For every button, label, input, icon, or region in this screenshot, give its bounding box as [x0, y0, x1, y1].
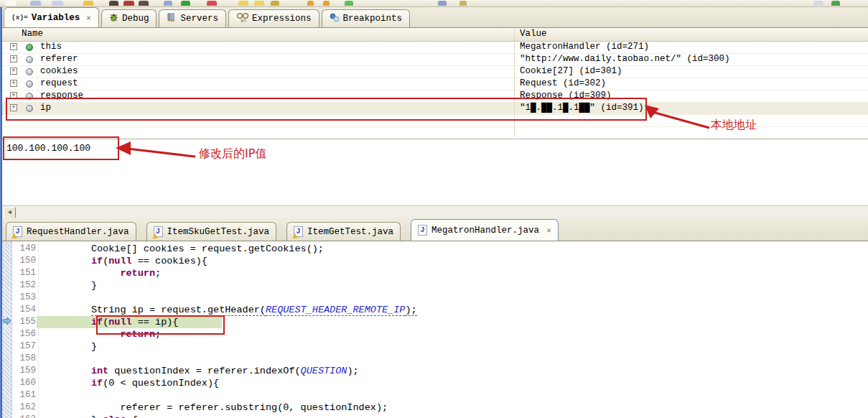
variable-detail-value[interactable]: 100.100.100.100: [6, 143, 90, 154]
tab-variables[interactable]: (x)=Variables✕: [4, 7, 99, 27]
variable-value: Request (id=302): [520, 78, 606, 88]
toolbar-icon-cropped[interactable]: [323, 1, 330, 6]
toolbar-icon-cropped[interactable]: [238, 1, 248, 6]
tab-breakpoints[interactable]: Breakpoints: [322, 9, 411, 27]
table-row-referer[interactable]: +referer"http://www.daily.taobao.net/" (…: [2, 53, 868, 66]
tab-label: Variables: [32, 13, 80, 23]
expand-icon[interactable]: +: [10, 92, 17, 99]
variable-type-icon: [26, 80, 33, 88]
variable-name: this: [40, 42, 62, 52]
close-icon[interactable]: ✕: [546, 226, 551, 235]
marker-gutter[interactable]: [2, 241, 12, 418]
toolbar-icon-cropped[interactable]: [83, 1, 93, 6]
toolbar-icon-cropped[interactable]: [181, 1, 190, 6]
table-row-request[interactable]: +requestRequest (id=302): [2, 78, 868, 90]
toolbar-icon-cropped[interactable]: [139, 1, 149, 6]
code-line-160[interactable]: if(0 < questionIndex){: [39, 377, 417, 389]
variable-value: MegatronHandler (id=271): [520, 42, 649, 52]
toolbar-icon-cropped[interactable]: [164, 1, 172, 6]
code-line-159[interactable]: int questionIndex = referer.indexOf(QUES…: [39, 365, 417, 377]
toolbar-icon-cropped[interactable]: [123, 1, 134, 6]
line-number: 152: [12, 279, 36, 292]
column-header-name[interactable]: Name: [22, 29, 43, 39]
variable-name: response: [40, 90, 83, 101]
toolbar-icon-cropped[interactable]: [831, 1, 840, 6]
code-line-158[interactable]: [39, 353, 417, 365]
editor-tab-label: ItemSkuGetTest.java: [167, 227, 270, 237]
line-number: 150: [12, 255, 36, 267]
line-number: 153: [12, 292, 36, 304]
code-line-163[interactable]: } else {: [39, 414, 417, 418]
expand-icon[interactable]: +: [10, 104, 17, 111]
tab-debug[interactable]: Debug: [101, 9, 157, 27]
code-line-151[interactable]: return;: [39, 267, 417, 279]
line-number: 155: [12, 316, 36, 328]
toolbar-icon-cropped[interactable]: [109, 1, 118, 6]
editor-tab-megatronhandler-java[interactable]: JMegatronHandler.java✕: [411, 219, 559, 241]
expand-icon[interactable]: +: [10, 43, 17, 50]
column-header-value[interactable]: Value: [520, 29, 547, 39]
code-line-161[interactable]: [39, 389, 417, 401]
breakpoints-icon: [330, 13, 340, 25]
toolbar-icon-cropped[interactable]: [254, 1, 264, 6]
warning-overlay-icon: [11, 233, 17, 238]
java-file-icon: J: [154, 226, 163, 237]
editor-tab-itemskugettest-java[interactable]: JItemSkuGetTest.java: [146, 222, 277, 241]
table-row-cookies[interactable]: +cookiesCookie[27] (id=301): [2, 65, 868, 78]
toolbar-icon-cropped[interactable]: [438, 1, 447, 6]
tab-servers[interactable]: Servers: [159, 9, 226, 27]
tab-expressions[interactable]: x=Expressions: [228, 9, 319, 27]
expand-icon[interactable]: +: [10, 68, 17, 75]
line-number: 159: [12, 365, 36, 377]
code-line-153[interactable]: [39, 292, 417, 304]
variables-table-header: Name Value: [2, 28, 868, 42]
annotation-label-local-address: 本地地址: [711, 118, 757, 133]
editor-tab-label: ItemGetTest.java: [307, 227, 393, 237]
variable-type-icon: [26, 93, 33, 100]
warning-overlay-icon: [292, 233, 298, 238]
editor-tab-itemgettest-java[interactable]: JItemGetTest.java: [286, 222, 401, 241]
table-row-ip[interactable]: +ip"1█.██.1█.1██" (id=391): [2, 102, 868, 115]
line-number: 158: [12, 353, 36, 365]
code-line-154[interactable]: String ip = request.getHeader(REQUEST_HE…: [39, 304, 417, 316]
toolbar-icon-cropped[interactable]: [459, 1, 467, 6]
code-line-155[interactable]: if(null == ip){: [39, 316, 417, 328]
java-file-icon: J: [418, 225, 427, 236]
toolbar-icon-cropped[interactable]: [207, 1, 217, 6]
variable-type-icon: [26, 44, 33, 51]
variables-icon: (x)=: [11, 14, 28, 22]
code-line-150[interactable]: if(null == cookies){: [39, 255, 417, 267]
expand-icon[interactable]: +: [10, 55, 17, 62]
code-line-152[interactable]: }: [39, 279, 417, 292]
toolbar-icon-cropped[interactable]: [307, 1, 314, 6]
editor-tab-label: MegatronHandler.java: [431, 226, 539, 236]
svg-text:x=: x=: [241, 18, 246, 23]
code-editor[interactable]: 1491501511521531541551561571581591601611…: [2, 241, 868, 418]
expand-icon[interactable]: +: [10, 80, 17, 87]
code-text[interactable]: Cookie[] cookies = request.getCookies();…: [39, 243, 417, 418]
code-line-162[interactable]: referer = referer.substring(0, questionI…: [39, 401, 417, 414]
toolbar-icon-cropped[interactable]: [30, 1, 41, 6]
line-numbers: 1491501511521531541551561571581591601611…: [12, 243, 36, 418]
editor-tab-requesthandler-java[interactable]: JRequestHandler.java: [6, 222, 136, 241]
table-row-this[interactable]: +thisMegatronHandler (id=271): [2, 41, 868, 54]
line-number: 160: [12, 377, 36, 389]
code-line-157[interactable]: }: [39, 340, 417, 353]
toolbar-icon-cropped[interactable]: [271, 1, 279, 6]
code-line-156[interactable]: return;: [39, 328, 417, 340]
editor-tab-label: RequestHandler.java: [27, 227, 129, 237]
close-icon[interactable]: ✕: [86, 13, 91, 22]
variable-detail-pane[interactable]: 100.100.100.100: [2, 139, 868, 206]
line-number: 162: [12, 401, 36, 414]
column-divider[interactable]: [514, 28, 515, 137]
variable-name: request: [40, 78, 78, 88]
toolbar-icon-cropped[interactable]: [6, 1, 16, 6]
toolbar-icon-cropped[interactable]: [345, 1, 353, 6]
toolbar-icon-cropped[interactable]: [52, 1, 63, 6]
table-row-response[interactable]: +responseResponse (id=309): [2, 90, 868, 103]
variable-type-icon: [26, 105, 33, 112]
toolbar-icon-cropped[interactable]: [813, 1, 823, 6]
code-line-149[interactable]: Cookie[] cookies = request.getCookies();: [39, 243, 417, 255]
instruction-pointer-icon: [3, 317, 11, 325]
variable-name: referer: [40, 54, 78, 64]
